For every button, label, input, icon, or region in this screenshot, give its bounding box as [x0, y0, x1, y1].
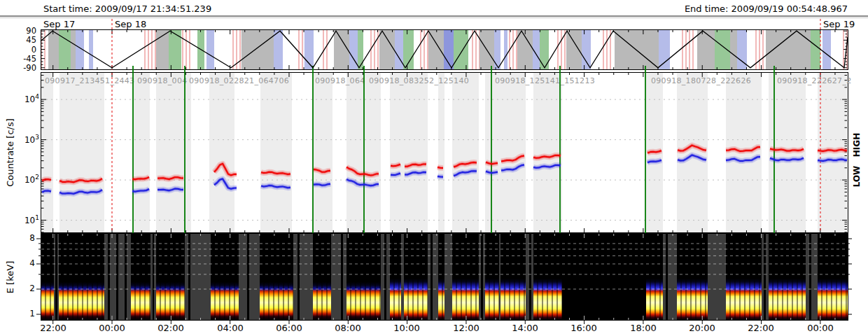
orbit-band-blue — [822, 30, 831, 69]
orbit-band-green — [403, 30, 414, 69]
series-low-label: LOW — [852, 166, 862, 188]
orbit-band-pink — [603, 30, 613, 69]
spectrogram-column — [404, 234, 428, 320]
spectrogram-thin-black — [298, 234, 300, 320]
file-segment-label: 090918_125141_151213 — [495, 76, 595, 85]
orbit-band-green — [59, 30, 71, 69]
count-axis-tick-label: 103 — [14, 134, 39, 145]
orbit-band-pink — [182, 30, 191, 69]
count-gap-stripe — [234, 73, 260, 232]
orbit-band-pink — [509, 30, 517, 69]
spectrogram-thin-black — [108, 234, 110, 320]
count-gap-stripe — [150, 73, 156, 232]
orbit-band-pink — [41, 30, 48, 69]
orbit-band-green — [540, 30, 549, 69]
count-gap-stripe — [708, 73, 726, 232]
energy-axis-tick-label: 4 — [21, 258, 35, 268]
orbit-band-pink — [472, 30, 479, 69]
energy-axis-tick-label: 2 — [21, 284, 35, 293]
x-axis-tick-label: 02:00 — [150, 323, 192, 333]
orbit-band-green — [811, 30, 820, 69]
top-axis-tick-label: -45 — [8, 54, 36, 64]
orbit-band-blue — [76, 30, 84, 69]
x-axis-tick-label: 08:00 — [327, 323, 369, 333]
orbit-band-pink — [420, 30, 428, 69]
spectrogram-column — [390, 234, 401, 320]
spectrogram-column — [156, 234, 185, 320]
orbit-band-blue — [659, 30, 670, 69]
x-axis-tick-label: 22:00 — [740, 323, 782, 333]
spectrogram-thin-black — [764, 234, 766, 320]
orbit-band-pink — [144, 30, 156, 69]
x-axis-tick-label: 00:00 — [799, 323, 841, 333]
orbit-band-green — [358, 30, 363, 69]
energy-axis-title: E [keV] — [5, 261, 15, 293]
series-high-label: HIGH — [852, 133, 862, 157]
orbit-band-blue — [89, 30, 93, 69]
orbit-band-green — [197, 30, 204, 69]
orbit-band-pink — [323, 30, 330, 69]
count-gap-stripe — [562, 73, 646, 232]
orbit-band-gray — [479, 30, 494, 69]
x-axis-tick-label: 10:00 — [386, 323, 428, 333]
count-gap-stripe — [191, 73, 209, 232]
top-axis-tick-label: 45 — [8, 35, 36, 45]
start-time-label: Start time: 2009/09/17 21:34:51.239 — [43, 4, 211, 14]
spectrogram-thin-black — [341, 234, 343, 320]
spectrogram-column — [346, 234, 381, 320]
file-segment-label: 090918_022821_064706 — [189, 76, 289, 85]
energy-axis-tick-label: 8 — [21, 233, 35, 243]
x-axis-tick-label: 14:00 — [504, 323, 546, 333]
spectrogram-thin-black — [481, 234, 483, 320]
x-axis-tick-label: 04:00 — [209, 323, 251, 333]
quicklook-plot: Start time: 2009/09/17 21:34:51.239 End … — [0, 0, 868, 336]
spectrogram-column — [452, 234, 479, 320]
spectrogram-column — [769, 234, 806, 320]
spectrogram-column — [41, 234, 54, 320]
file-segment-label: 090918_180728_222626 — [651, 76, 751, 85]
file-segment-label: 090918_222627_2 — [777, 76, 851, 85]
orbit-band-gray — [334, 30, 349, 69]
end-time-label: End time: 2009/09/19 00:54:48.967 — [685, 4, 848, 14]
top-axis-tick-label: 0 — [8, 45, 36, 55]
x-axis-tick-label: 00:00 — [91, 323, 133, 333]
count-gap-stripe — [332, 73, 346, 232]
spectrogram-column — [500, 234, 526, 320]
top-axis-tick-label: -90 — [8, 63, 36, 73]
spectrogram-thin-black — [384, 234, 386, 320]
count-gap-stripe — [762, 73, 769, 232]
x-axis-tick-label: 06:00 — [268, 323, 310, 333]
x-axis-tick-label: 12:00 — [445, 323, 487, 333]
spectrogram-column — [438, 234, 444, 320]
day-label: Sep 19 — [823, 19, 855, 29]
count-axis-tick-label: 101 — [14, 214, 39, 225]
orbit-band-blue — [206, 30, 214, 69]
spectrogram-column — [818, 234, 848, 320]
count-gap-stripe — [479, 73, 485, 232]
spectrogram-column — [59, 234, 104, 320]
spectrogram-thin-black — [55, 234, 57, 320]
orbit-band-green — [715, 30, 730, 69]
count-axis-tick-label: 104 — [14, 93, 39, 104]
count-gap-stripe — [663, 73, 677, 232]
count-gap-stripe — [526, 73, 533, 232]
day-label: Sep 17 — [43, 19, 75, 29]
file-segment-label: 090917_213451_2443 — [45, 76, 134, 85]
orbit-band-blue — [494, 30, 500, 69]
orbit-band-pink — [557, 30, 566, 69]
count-gap-stripe — [444, 73, 452, 232]
count-axis-tick-label: 102 — [14, 174, 39, 185]
orbit-band-blue — [582, 30, 591, 69]
spectrogram-thin-black — [809, 234, 811, 320]
x-axis-tick-label: 22:00 — [32, 323, 74, 333]
orbit-band-gray — [379, 30, 395, 69]
spectrogram-thin-black — [430, 234, 433, 320]
orbit-band-green — [169, 30, 181, 69]
day-label: Sep 18 — [115, 19, 146, 29]
orbit-band-gray — [766, 30, 811, 69]
count-gap-stripe — [428, 73, 438, 232]
count-gap-stripe — [104, 73, 132, 232]
x-axis-tick-label: 18:00 — [622, 323, 664, 333]
orbit-band-blue — [274, 30, 283, 69]
top-axis-tick-label: 90 — [8, 26, 36, 36]
